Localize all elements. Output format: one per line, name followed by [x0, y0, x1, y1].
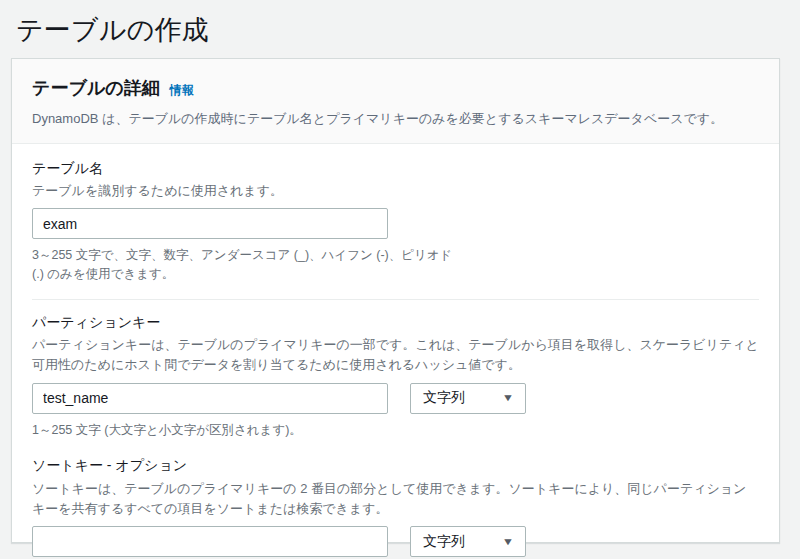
section-divider	[32, 299, 759, 300]
table-name-description: テーブルを識別するために使用されます。	[32, 181, 759, 201]
partition-key-type-select[interactable]: 文字列 ▼	[410, 383, 526, 414]
panel-title: テーブルの詳細	[32, 76, 160, 100]
create-table-page: テーブルの作成	[0, 0, 800, 48]
partition-key-input[interactable]	[32, 383, 388, 414]
table-name-section: テーブル名 テーブルを識別するために使用されます。 3～255 文字で、文字、数…	[32, 159, 759, 284]
chevron-down-icon: ▼	[502, 393, 514, 403]
info-link[interactable]: 情報	[170, 82, 194, 99]
partition-key-type-value: 文字列	[423, 389, 465, 407]
table-name-input[interactable]	[32, 208, 388, 239]
sort-key-type-select[interactable]: 文字列 ▼	[410, 526, 526, 557]
partition-key-section: パーティションキー パーティションキーは、テーブルのプライマリキーの一部です。こ…	[32, 313, 759, 440]
panel-header: テーブルの詳細 情報 DynamoDB は、テーブルの作成時にテーブル名とプライ…	[12, 59, 779, 144]
sort-key-input[interactable]	[32, 526, 388, 557]
table-details-panel: テーブルの詳細 情報 DynamoDB は、テーブルの作成時にテーブル名とプライ…	[11, 58, 780, 543]
table-name-constraint: 3～255 文字で、文字、数字、アンダースコア (_)、ハイフン (-)、ピリオ…	[32, 246, 460, 284]
partition-key-label: パーティションキー	[32, 313, 759, 333]
table-name-label: テーブル名	[32, 159, 759, 179]
panel-description: DynamoDB は、テーブルの作成時にテーブル名とプライマリキーのみを必要とす…	[32, 109, 759, 129]
sort-key-description: ソートキーは、テーブルのプライマリキーの 2 番目の部分として使用できます。ソー…	[32, 479, 759, 519]
sort-key-section: ソートキー - オプション ソートキーは、テーブルのプライマリキーの 2 番目の…	[32, 456, 759, 559]
panel-body: テーブル名 テーブルを識別するために使用されます。 3～255 文字で、文字、数…	[12, 144, 779, 559]
chevron-down-icon: ▼	[502, 537, 514, 547]
sort-key-label: ソートキー - オプション	[32, 456, 759, 476]
partition-key-constraint: 1～255 文字 (大文字と小文字が区別されます)。	[32, 421, 759, 440]
sort-key-type-value: 文字列	[423, 533, 465, 551]
page-title: テーブルの作成	[14, 12, 786, 48]
partition-key-description: パーティションキーは、テーブルのプライマリキーの一部です。これは、テーブルから項…	[32, 335, 759, 375]
